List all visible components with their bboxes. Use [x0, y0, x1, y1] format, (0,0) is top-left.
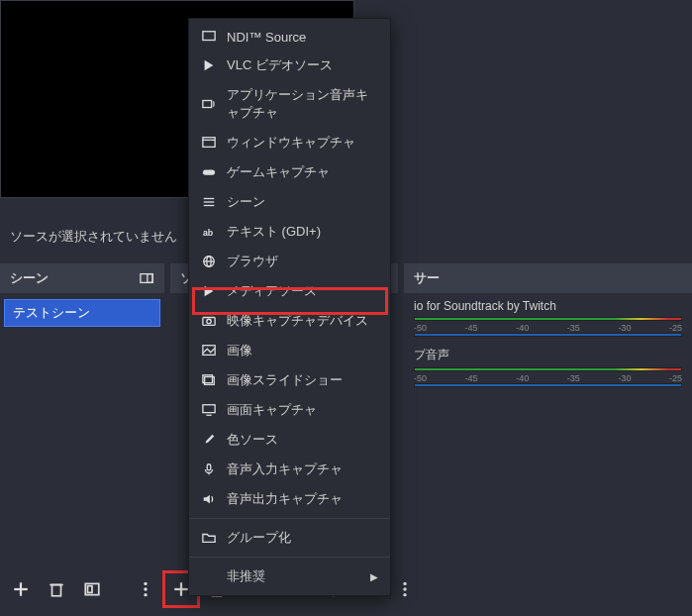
- svg-rect-26: [203, 101, 212, 108]
- svg-point-10: [144, 593, 147, 596]
- speaker-icon: [201, 96, 217, 112]
- svg-marker-25: [205, 60, 214, 71]
- svg-point-9: [144, 587, 147, 590]
- mixer-menu-button[interactable]: [390, 574, 420, 604]
- svg-point-21: [403, 582, 406, 585]
- image-icon: [201, 343, 217, 359]
- menu-video-capture[interactable]: 映像キャプチャデバイス: [189, 306, 390, 336]
- play-icon: [201, 57, 217, 73]
- svg-rect-27: [203, 138, 215, 148]
- scene-remove-button[interactable]: [42, 574, 71, 604]
- menu-color[interactable]: 色ソース: [189, 425, 390, 455]
- svg-rect-7: [88, 586, 93, 593]
- svg-rect-45: [207, 464, 211, 470]
- menu-image[interactable]: 画像: [189, 336, 390, 365]
- menu-slideshow[interactable]: 画像スライドショー: [189, 365, 390, 395]
- svg-point-22: [403, 587, 406, 590]
- menu-audio-in[interactable]: 音声入力キャプチャ: [189, 455, 390, 484]
- menu-game[interactable]: ゲームキャプチャ: [189, 157, 390, 187]
- text-icon: ab: [201, 224, 217, 240]
- mixer-track-label: io for Soundtrack by Twitch: [414, 299, 682, 317]
- chevron-right-icon: ▶: [370, 571, 378, 582]
- menu-deprecated[interactable]: 非推奨▶: [189, 562, 390, 591]
- menu-scene[interactable]: シーン: [189, 187, 390, 217]
- svg-rect-1: [148, 274, 152, 283]
- brush-icon: [201, 432, 217, 448]
- menu-group[interactable]: グループ化: [189, 523, 390, 553]
- add-source-menu: NDI™ Source VLC ビデオソース アプリケーション音声キャプチャ ウ…: [188, 18, 391, 596]
- audio-slider[interactable]: [414, 333, 682, 337]
- play-icon: [201, 283, 217, 299]
- menu-divider: [189, 518, 390, 519]
- monitor-icon: [201, 402, 217, 418]
- mixer-track-label: プ音声: [414, 347, 682, 367]
- dock-icon[interactable]: [139, 270, 154, 286]
- audio-slider[interactable]: [414, 383, 682, 387]
- meter-scale: -50 -45 -40 -35 -30 -25: [414, 373, 682, 383]
- mixer-track-1: プ音声 -50 -45 -40 -35 -30 -25: [404, 341, 692, 391]
- svg-marker-37: [205, 286, 214, 297]
- svg-rect-29: [203, 169, 215, 174]
- svg-rect-0: [141, 274, 152, 283]
- ndi-icon: [201, 29, 217, 45]
- mixer-panel: サー io for Soundtrack by Twitch -50 -45 -…: [404, 263, 692, 563]
- window-icon: [201, 135, 217, 151]
- mic-icon: [201, 462, 217, 477]
- menu-text[interactable]: abテキスト (GDI+): [189, 217, 390, 247]
- svg-rect-24: [203, 32, 215, 41]
- meter-scale: -50 -45 -40 -35 -30 -25: [414, 323, 682, 333]
- scene-menu-button[interactable]: [131, 574, 160, 604]
- svg-rect-43: [203, 405, 215, 413]
- globe-icon: [201, 254, 217, 269]
- svg-marker-46: [204, 495, 210, 504]
- svg-point-39: [207, 319, 211, 323]
- menu-browser[interactable]: ブラウザ: [189, 247, 390, 276]
- slideshow-icon: [201, 372, 217, 388]
- speaker-out-icon: [201, 491, 217, 507]
- camera-icon: [201, 313, 217, 329]
- menu-divider: [189, 557, 390, 558]
- gamepad-icon: [201, 164, 217, 180]
- mixer-header: サー: [404, 263, 692, 293]
- menu-app-audio[interactable]: アプリケーション音声キャプチャ: [189, 80, 390, 128]
- folder-icon: [201, 530, 217, 546]
- menu-display[interactable]: 画面キャプチャ: [189, 395, 390, 425]
- scene-filter-button[interactable]: [77, 574, 107, 604]
- svg-rect-4: [52, 585, 61, 596]
- mixer-title: サー: [414, 269, 440, 287]
- menu-window[interactable]: ウィンドウキャプチャ: [189, 128, 390, 157]
- scene-item[interactable]: テストシーン: [4, 299, 160, 327]
- scenes-header: シーン: [0, 263, 164, 293]
- scenes-title: シーン: [10, 269, 49, 287]
- audio-meter: [414, 317, 682, 321]
- audio-meter: [414, 367, 682, 371]
- scenes-panel: シーン テストシーン: [0, 263, 164, 563]
- menu-ndi[interactable]: NDI™ Source: [189, 23, 390, 51]
- list-icon: [201, 194, 217, 210]
- svg-point-8: [144, 582, 147, 585]
- menu-vlc[interactable]: VLC ビデオソース: [189, 51, 390, 80]
- svg-point-23: [403, 593, 406, 596]
- svg-text:ab: ab: [203, 228, 213, 238]
- menu-media[interactable]: メディアソース: [189, 276, 390, 306]
- mixer-track-0: io for Soundtrack by Twitch -50 -45 -40 …: [404, 293, 692, 341]
- scene-add-button[interactable]: [6, 574, 36, 604]
- menu-audio-out[interactable]: 音声出力キャプチャ: [189, 484, 390, 514]
- no-source-text: ソースが選択されていません: [10, 229, 177, 244]
